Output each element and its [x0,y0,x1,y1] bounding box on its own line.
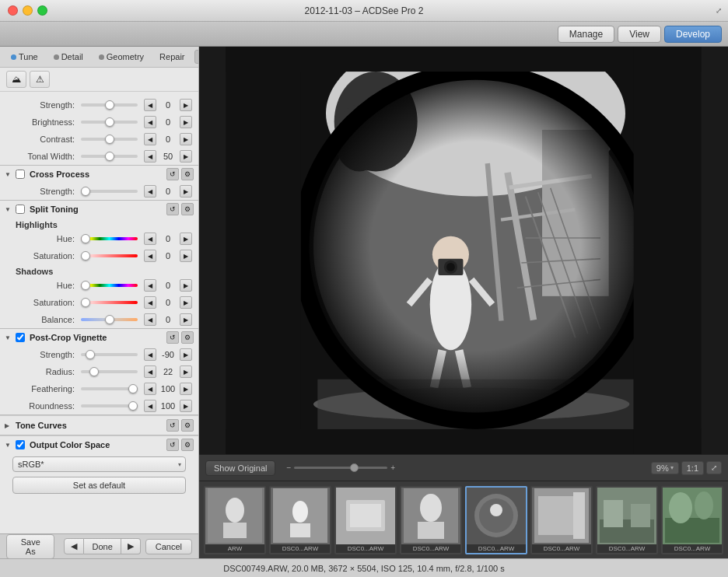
cp-strength-decrease[interactable]: ◀ [144,185,156,198]
filmstrip-item-5[interactable]: DSC0...ARW [530,486,593,554]
balance-increase[interactable]: ▶ [180,313,192,326]
vig-strength-track[interactable] [81,353,138,356]
panel-scroll-area[interactable]: Strength: ◀ 0 ▶ Brightness: ◀ 0 [0,92,198,533]
sh-hue-track[interactable] [81,284,138,287]
vig-roundness-track[interactable] [81,404,138,407]
save-as-button[interactable]: Save As [6,534,54,559]
tonal-width-track[interactable] [81,155,138,158]
done-button[interactable]: Done [84,538,121,554]
strength-increase[interactable]: ▶ [180,99,192,111]
balance-thumb[interactable] [105,315,114,324]
hl-hue-decrease[interactable]: ◀ [144,233,156,245]
filmstrip-item-2[interactable]: DSC0...ARW [334,486,397,554]
brightness-increase[interactable]: ▶ [180,116,192,128]
contrast-track[interactable] [81,138,138,141]
split-toning-checkbox[interactable] [16,205,25,214]
vignette-checkbox[interactable] [16,333,25,342]
hl-sat-track[interactable] [81,254,138,257]
tone-curves-refresh-icon[interactable]: ↺ [166,419,179,432]
vig-radius-decrease[interactable]: ◀ [144,365,156,378]
filmstrip-item-3[interactable]: DSC0...ARW [400,486,462,554]
manage-button[interactable]: Manage [558,26,614,43]
vig-radius-track[interactable] [81,370,138,373]
view-button[interactable]: View [618,26,661,43]
vig-radius-increase[interactable]: ▶ [180,365,192,378]
tone-curves-header[interactable]: ▶ Tone Curves ↺ ⚙ [0,415,198,435]
warning-icon[interactable]: ⚠ [30,71,50,88]
output-cs-settings-icon[interactable]: ⚙ [181,439,194,451]
zoom-track[interactable] [294,467,387,469]
cross-process-settings-icon[interactable]: ⚙ [181,168,194,180]
tone-curves-settings-icon[interactable]: ⚙ [181,419,194,432]
vignette-header[interactable]: ▼ Post-Crop Vignette ↺ ⚙ [0,329,198,346]
vig-feathering-thumb[interactable] [128,384,138,393]
zoom-value-box[interactable]: 9% ▾ [651,462,679,474]
cp-strength-track[interactable] [81,190,138,193]
vig-feathering-decrease[interactable]: ◀ [144,383,156,395]
output-cs-checkbox[interactable] [16,440,25,449]
vig-strength-decrease[interactable]: ◀ [144,348,156,361]
sh-sat-increase[interactable]: ▶ [180,296,192,309]
contrast-decrease[interactable]: ◀ [144,133,156,145]
zoom-1-1-button[interactable]: 1:1 [681,461,704,475]
contrast-increase[interactable]: ▶ [180,133,192,145]
tonal-width-increase[interactable]: ▶ [180,150,192,163]
brightness-decrease[interactable]: ◀ [144,116,156,128]
vig-strength-increase[interactable]: ▶ [180,348,192,361]
sh-hue-thumb[interactable] [81,281,90,290]
contrast-thumb[interactable] [105,135,114,144]
balance-track[interactable] [81,318,138,321]
filmstrip-item-4[interactable]: DSC0...ARW [465,486,527,554]
sh-sat-decrease[interactable]: ◀ [144,296,156,309]
balance-decrease[interactable]: ◀ [144,313,156,326]
strength-track[interactable] [81,103,138,107]
strength-thumb[interactable] [105,100,114,110]
cp-strength-thumb[interactable] [81,187,90,196]
sh-sat-track[interactable] [81,301,138,304]
vig-feathering-track[interactable] [81,387,138,390]
vig-feathering-increase[interactable]: ▶ [180,383,192,395]
vig-roundness-thumb[interactable] [128,401,138,411]
sh-hue-increase[interactable]: ▶ [180,279,192,292]
hl-sat-decrease[interactable]: ◀ [144,250,156,262]
vig-strength-thumb[interactable] [86,350,95,359]
tonal-width-decrease[interactable]: ◀ [144,150,156,163]
develop-button[interactable]: Develop [664,26,722,43]
maximize-button[interactable] [37,5,47,16]
filmstrip-item-1[interactable]: DSC0...ARW [269,486,331,554]
filmstrip-item-0[interactable]: ARW [204,486,266,554]
split-toning-settings-icon[interactable]: ⚙ [181,203,194,215]
prev-button[interactable]: ◀ [64,538,84,554]
zoom-thumb[interactable] [350,463,359,472]
cross-process-refresh-icon[interactable]: ↺ [166,168,179,180]
cp-strength-increase[interactable]: ▶ [180,185,192,198]
tab-detail[interactable]: Detail [47,51,89,63]
cross-process-header[interactable]: ▼ Cross Process ↺ ⚙ [0,166,198,183]
show-original-button[interactable]: Show Original [205,460,275,476]
strength-decrease[interactable]: ◀ [144,99,156,111]
color-space-select[interactable]: sRGB* [12,456,186,472]
tonal-width-thumb[interactable] [105,152,114,161]
vig-roundness-increase[interactable]: ▶ [180,400,192,412]
filmstrip-item-6[interactable]: DSC0...ARW [596,486,658,554]
brightness-track[interactable] [81,121,138,124]
brightness-thumb[interactable] [105,117,114,127]
cancel-button[interactable]: Cancel [145,539,192,554]
split-toning-header[interactable]: ▼ Split Toning ↺ ⚙ [0,201,198,218]
tab-repair[interactable]: Repair [153,51,191,63]
next-button[interactable]: ▶ [121,538,141,554]
hl-sat-increase[interactable]: ▶ [180,250,192,262]
vignette-settings-icon[interactable]: ⚙ [181,331,194,344]
hl-hue-thumb[interactable] [81,234,90,243]
zoom-fit-button[interactable]: ⤢ [706,461,722,474]
split-toning-refresh-icon[interactable]: ↺ [166,203,179,215]
vig-radius-thumb[interactable] [89,367,99,376]
vignette-refresh-icon[interactable]: ↺ [166,331,179,344]
hl-sat-thumb[interactable] [81,251,90,261]
sh-hue-decrease[interactable]: ◀ [144,279,156,292]
close-button[interactable] [8,5,18,16]
tab-geometry[interactable]: Geometry [93,51,150,63]
vig-roundness-decrease[interactable]: ◀ [144,400,156,412]
sh-sat-thumb[interactable] [81,298,90,307]
hl-hue-increase[interactable]: ▶ [180,233,192,245]
